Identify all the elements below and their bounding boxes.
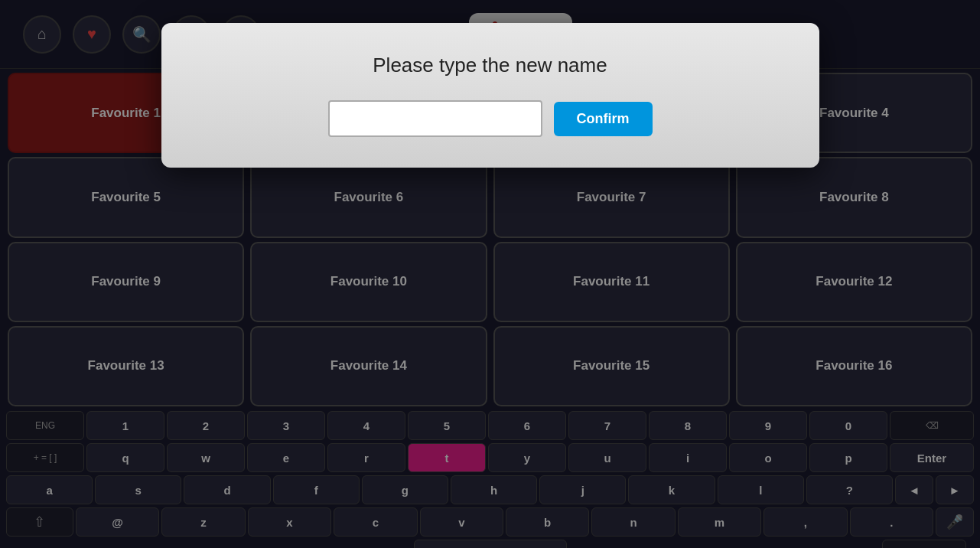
dialog-input-row: Confirm <box>328 100 653 137</box>
new-name-input[interactable] <box>328 100 542 137</box>
dialog-overlay: Please type the new name Confirm <box>0 0 980 548</box>
rename-dialog: Please type the new name Confirm <box>161 23 819 168</box>
confirm-button[interactable]: Confirm <box>554 102 653 136</box>
dialog-title: Please type the new name <box>373 54 607 77</box>
